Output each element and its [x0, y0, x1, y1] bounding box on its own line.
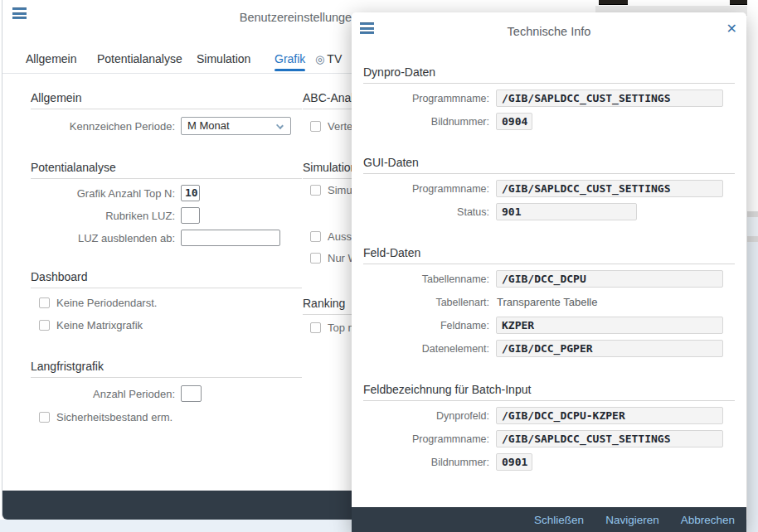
form-row: Rubriken LUZ:: [31, 206, 200, 225]
field-label: Programmname:: [363, 93, 496, 104]
tabellenart-value: Transparente Tabelle: [496, 296, 597, 308]
dialog-title: Technische Info: [352, 25, 746, 38]
checkbox-label: Sicherheitsbestand erm.: [56, 411, 172, 423]
field-label: Programmname:: [363, 433, 496, 445]
technische-info-dialog: Technische Info ✕ Dynpro-Daten Programmn…: [352, 12, 746, 532]
field-label: Programmname:: [363, 183, 496, 195]
abbrechen-button[interactable]: Abbrechen: [681, 514, 735, 526]
field-label: Datenelement:: [363, 343, 496, 355]
section-feld-daten: Feld-Daten Tabellenname: /GIB/DCC_DCPU T…: [363, 246, 735, 357]
section-heading: GUI-Daten: [363, 156, 735, 174]
form-row: Programmname: /GIB/SAPLDCC_CUST_SETTINGS: [363, 430, 735, 447]
field-label: Feldname:: [363, 320, 496, 331]
field-label: Dynprofeld:: [363, 410, 496, 422]
programmname-field[interactable]: /GIB/SAPLDCC_CUST_SETTINGS: [496, 430, 723, 447]
target-icon: ◎: [315, 53, 324, 65]
checkbox-label: Top n: [328, 322, 354, 334]
checkbox-row: Sicherheitsbestand erm.: [39, 410, 172, 423]
field-label: LUZ ausblenden ab:: [31, 232, 181, 244]
field-label: Kennzeichen Periode:: [31, 120, 181, 133]
checkbox-nur-w[interactable]: [310, 253, 321, 264]
dialog-content: Dynpro-Daten Programmname: /GIB/SAPLDCC_…: [352, 44, 746, 471]
chevron-down-icon: [276, 122, 284, 129]
checkbox-verteilung[interactable]: [310, 121, 321, 132]
tab-potentialanalyse[interactable]: Potentialanalyse: [97, 52, 182, 65]
form-row: Status: 901: [363, 203, 735, 220]
datenelement-field[interactable]: /GIB/DCC_PGPER: [496, 340, 723, 357]
form-row: Feldname: KZPER: [363, 317, 735, 334]
tab-allgemein[interactable]: Allgemein: [26, 52, 76, 65]
checkbox-top-n[interactable]: [310, 322, 321, 333]
form-row: Grafik Anzahl Top N: 10: [31, 184, 200, 202]
section-heading-langfristgrafik: Langfristgrafik: [31, 360, 302, 378]
background-app-edge: [747, 0, 758, 532]
anzahl-perioden-input[interactable]: [181, 385, 202, 402]
dynprofeld-field[interactable]: /GIB/DCC_DCPU-KZPER: [496, 407, 723, 424]
status-field[interactable]: 901: [496, 203, 637, 220]
bildnummer-field[interactable]: 0901: [496, 453, 532, 471]
field-label: Bildnummer:: [363, 116, 496, 128]
form-row: Programmname: /GIB/SAPLDCC_CUST_SETTINGS: [363, 180, 735, 197]
programmname-field[interactable]: /GIB/SAPLDCC_CUST_SETTINGS: [496, 180, 723, 197]
programmname-field[interactable]: /GIB/SAPLDCC_CUST_SETTINGS: [496, 89, 723, 107]
checkbox-keine-matrixgrafik[interactable]: [39, 320, 50, 331]
field-label: Bildnummer:: [363, 457, 496, 468]
field-label: Anzahl Perioden:: [31, 388, 181, 400]
luz-ausblenden-input[interactable]: [181, 230, 280, 246]
tab-simulation[interactable]: Simulation: [197, 52, 250, 65]
dialog-header: Technische Info ✕: [352, 12, 746, 44]
feldname-field[interactable]: KZPER: [496, 317, 723, 334]
form-row: LUZ ausblenden ab:: [31, 229, 280, 247]
form-row: Bildnummer: 0901: [363, 453, 735, 471]
section-gui-daten: GUI-Daten Programmname: /GIB/SAPLDCC_CUS…: [363, 156, 735, 220]
section-heading-allgemein: Allgemein: [31, 91, 302, 109]
checkbox-row: Aussc: [310, 230, 357, 243]
checkbox-simulation[interactable]: [310, 185, 321, 196]
section-heading: Feld-Daten: [363, 246, 735, 264]
form-row: Programmname: /GIB/SAPLDCC_CUST_SETTINGS: [363, 89, 735, 107]
rubriken-luz-input[interactable]: [181, 207, 200, 224]
checkbox-keine-periodendarst[interactable]: [39, 297, 50, 308]
form-row: Dynprofeld: /GIB/DCC_DCPU-KZPER: [363, 407, 735, 424]
tabellenname-field[interactable]: /GIB/DCC_DCPU: [496, 270, 723, 288]
bildnummer-field[interactable]: 0904: [496, 113, 532, 130]
kennzeichen-periode-select[interactable]: M Monat: [181, 117, 291, 135]
form-row: Tabellenname: /GIB/DCC_DCPU: [363, 270, 735, 288]
checkbox-label: Keine Periodendarst.: [56, 297, 157, 309]
navigieren-button[interactable]: Navigieren: [605, 514, 659, 526]
clipped-background-element: [599, 0, 628, 5]
field-label: Tabellenname:: [363, 273, 496, 285]
section-heading: Feldbezeichnung für Batch-Input: [363, 383, 735, 401]
form-row: Kennzeichen Periode: M Monat: [31, 117, 291, 135]
checkbox-row: Vertei: [310, 119, 355, 133]
form-row: Tabellenart: Transparente Tabelle: [363, 293, 735, 311]
form-row: Bildnummer: 0904: [363, 113, 735, 130]
tab-grafik[interactable]: Grafik: [275, 52, 305, 65]
field-label: Tabellenart:: [363, 297, 496, 308]
field-label: Grafik Anzahl Top N:: [31, 187, 181, 200]
checkbox-ausschuss[interactable]: [310, 231, 321, 242]
field-label: Rubriken LUZ:: [31, 210, 181, 222]
checkbox-row: Top n: [310, 321, 354, 334]
checkbox-row: Keine Matrixgrafik: [39, 318, 143, 331]
grafik-anzahl-top-n-input[interactable]: 10: [181, 185, 200, 201]
section-feldbezeichnung-batch-input: Feldbezeichnung für Batch-Input Dynprofe…: [363, 383, 735, 471]
close-icon[interactable]: ✕: [726, 22, 737, 36]
section-heading-potentialanalyse: Potentialanalyse: [31, 161, 302, 179]
checkbox-label: Keine Matrixgrafik: [56, 319, 143, 331]
section-heading-dashboard: Dashboard: [31, 270, 302, 288]
checkbox-row: Keine Periodendarst.: [39, 296, 157, 309]
dialog-footer-bar: Schließen Navigieren Abbrechen: [352, 507, 746, 532]
tab-tv[interactable]: ◎TV: [315, 52, 342, 65]
section-heading: Dynpro-Daten: [363, 65, 735, 84]
form-row: Datenelement: /GIB/DCC_PGPER: [363, 340, 735, 357]
checkbox-sicherheitsbestand[interactable]: [39, 412, 50, 423]
schliessen-button[interactable]: Schließen: [534, 514, 584, 526]
form-row: Anzahl Perioden:: [31, 384, 202, 403]
field-label: Status:: [363, 206, 496, 218]
section-dynpro-daten: Dynpro-Daten Programmname: /GIB/SAPLDCC_…: [363, 65, 735, 130]
